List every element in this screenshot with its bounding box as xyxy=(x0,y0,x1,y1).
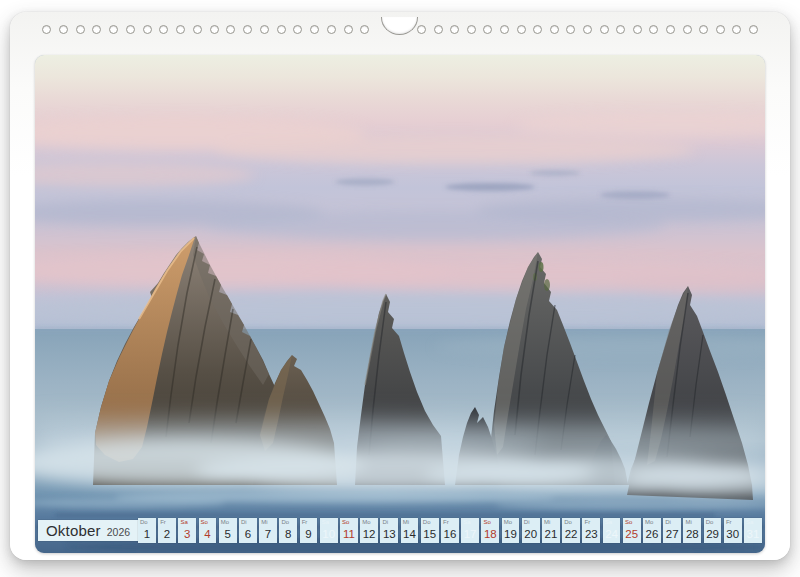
day-number: 22 xyxy=(565,529,578,544)
weekday-label: Sa xyxy=(746,519,753,525)
weekday-label: Fr xyxy=(584,519,590,525)
binding-hole-icon xyxy=(360,25,369,34)
binding-hole-icon xyxy=(327,25,336,34)
day-cell: Sa31 xyxy=(744,518,762,543)
day-number: 4 xyxy=(204,529,210,544)
day-cell: Mo5 xyxy=(219,518,237,543)
weekday-label: So xyxy=(342,519,349,525)
year-label: 2026 xyxy=(107,526,130,538)
weekday-label: Sa xyxy=(463,519,470,525)
day-cell: So4 xyxy=(199,518,217,543)
weekday-label: Di xyxy=(665,519,671,525)
binding-hole-icon xyxy=(616,25,625,34)
binding-hole-icon xyxy=(633,25,642,34)
weekday-label: Mo xyxy=(362,519,370,525)
weekday-label: Mi xyxy=(403,519,409,525)
day-number: 20 xyxy=(524,529,537,544)
hanger-cutout-icon xyxy=(381,17,418,35)
day-number: 18 xyxy=(484,529,497,544)
day-cell: Sa3 xyxy=(178,518,196,543)
day-cell: So25 xyxy=(623,518,641,543)
weekday-label: Mi xyxy=(544,519,550,525)
day-cell: Mo26 xyxy=(643,518,661,543)
calendar-page: Oktober 2026 Do1Fr2Sa3So4Mo5Di6Mi7Do8Fr9… xyxy=(10,12,790,560)
day-cell: Fr2 xyxy=(158,518,176,543)
binding-hole-icon xyxy=(517,25,526,34)
binding-hole-icon xyxy=(109,25,118,34)
day-number: 21 xyxy=(545,529,558,544)
binding-hole-icon xyxy=(483,25,492,34)
day-cell: Mi28 xyxy=(683,518,701,543)
binding-hole-icon xyxy=(666,25,675,34)
binding-hole-icon xyxy=(583,25,592,34)
day-cell: Do1 xyxy=(138,518,156,543)
day-number: 3 xyxy=(184,529,190,544)
month-label-box: Oktober 2026 xyxy=(38,520,138,541)
day-number: 2 xyxy=(164,529,170,544)
binding-hole-icon xyxy=(533,25,542,34)
day-number: 27 xyxy=(666,529,679,544)
binding-hole-icon xyxy=(210,25,219,34)
binding-hole-icon xyxy=(277,25,286,34)
day-cell: Mo19 xyxy=(502,518,520,543)
day-cell: Di27 xyxy=(663,518,681,543)
day-number: 7 xyxy=(265,529,271,544)
weekday-label: Mo xyxy=(645,519,653,525)
day-cell: Sa10 xyxy=(320,518,338,543)
binding-hole-icon xyxy=(92,25,101,34)
binding-hole-icon xyxy=(193,25,202,34)
weekday-label: Sa xyxy=(605,519,612,525)
day-cell: Sa17 xyxy=(461,518,479,543)
binding-hole-icon xyxy=(260,25,269,34)
weekday-label: So xyxy=(201,519,208,525)
day-cell: Mi14 xyxy=(401,518,419,543)
binding-hole-icon xyxy=(450,25,459,34)
day-number: 10 xyxy=(322,529,335,544)
day-number: 1 xyxy=(144,529,150,544)
day-cell: Di20 xyxy=(522,518,540,543)
day-cell: Do22 xyxy=(562,518,580,543)
weekday-label: So xyxy=(625,519,632,525)
calendar-photo: Oktober 2026 Do1Fr2Sa3So4Mo5Di6Mi7Do8Fr9… xyxy=(35,55,765,553)
day-number: 9 xyxy=(305,529,311,544)
weekday-label: Fr xyxy=(160,519,166,525)
weekday-label: Fr xyxy=(726,519,732,525)
day-cell: Di6 xyxy=(239,518,257,543)
date-strip: Oktober 2026 Do1Fr2Sa3So4Mo5Di6Mi7Do8Fr9… xyxy=(35,517,765,545)
day-number: 17 xyxy=(464,529,477,544)
day-cell: Fr23 xyxy=(582,518,600,543)
day-cell: Fr16 xyxy=(441,518,459,543)
weekday-label: Mo xyxy=(504,519,512,525)
seascape-scene xyxy=(35,55,765,553)
binding-hole-icon xyxy=(226,25,235,34)
weekday-label: Fr xyxy=(302,519,308,525)
binding-hole-icon xyxy=(42,25,51,34)
binding-hole-icon xyxy=(344,25,353,34)
weekday-label: Di xyxy=(241,519,247,525)
binding-hole-icon xyxy=(683,25,692,34)
day-cell: Do8 xyxy=(279,518,297,543)
weekday-label: Mo xyxy=(221,519,229,525)
day-number: 19 xyxy=(504,529,517,544)
day-cells-row: Do1Fr2Sa3So4Mo5Di6Mi7Do8Fr9Sa10So11Mo12D… xyxy=(138,518,762,543)
day-cell: Do15 xyxy=(421,518,439,543)
binding-hole-icon xyxy=(649,25,658,34)
day-number: 12 xyxy=(363,529,376,544)
weekday-label: So xyxy=(483,519,490,525)
day-number: 25 xyxy=(625,529,638,544)
binding-hole-icon xyxy=(417,25,426,34)
day-number: 29 xyxy=(706,529,719,544)
binding-hole-icon xyxy=(732,25,741,34)
binding-hole-icon xyxy=(143,25,152,34)
month-label: Oktober xyxy=(46,522,101,539)
weekday-label: Do xyxy=(423,519,431,525)
weekday-label: Fr xyxy=(443,519,449,525)
weekday-label: Do xyxy=(281,519,289,525)
day-cell: Fr30 xyxy=(724,518,742,543)
weekday-label: Sa xyxy=(322,519,329,525)
binding-hole-icon xyxy=(600,25,609,34)
day-cell: So11 xyxy=(340,518,358,543)
binding-hole-icon xyxy=(699,25,708,34)
day-number: 5 xyxy=(224,529,230,544)
binding-hole-icon xyxy=(566,25,575,34)
